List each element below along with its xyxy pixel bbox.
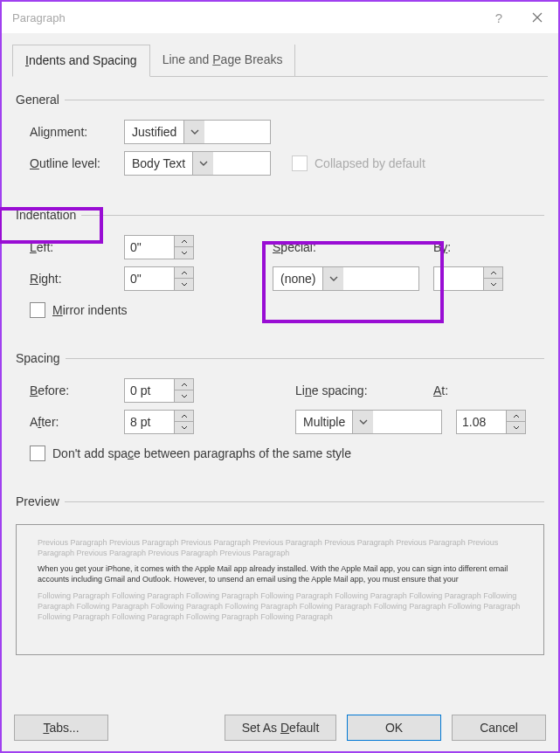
special-select[interactable]: (none)	[273, 266, 419, 291]
preview-box: Previous Paragraph Previous Paragraph Pr…	[16, 524, 544, 655]
tab-indents-spacing[interactable]: Indents and Spacing	[12, 45, 150, 77]
by-label: By:	[433, 240, 451, 254]
spinner-up-icon[interactable]	[175, 236, 193, 247]
before-value: 0 pt	[125, 383, 174, 397]
tab-label: Line and Page Breaks	[162, 52, 283, 66]
spinner-down-icon[interactable]	[175, 422, 193, 433]
spinner-up-icon[interactable]	[175, 379, 193, 390]
indent-right-value: 0"	[125, 272, 174, 286]
indent-left-value: 0"	[125, 240, 174, 254]
checkbox-box	[30, 302, 45, 318]
legend-indentation: Indentation	[16, 208, 81, 222]
spinner-down-icon[interactable]	[507, 422, 525, 433]
outline-level-value: Body Text	[125, 156, 192, 170]
spinner-up-icon[interactable]	[507, 411, 525, 422]
close-button[interactable]	[518, 2, 557, 33]
before-spinner[interactable]: 0 pt	[124, 378, 194, 403]
indent-right-spinner[interactable]: 0"	[124, 266, 194, 291]
at-label: At:	[433, 383, 448, 397]
linespacing-label: Line spacing:	[295, 383, 433, 397]
outline-level-select[interactable]: Body Text	[124, 151, 271, 176]
paragraph-dialog: Paragraph ? Indents and Spacing Line and…	[0, 0, 560, 753]
set-default-button[interactable]: Set As Default	[225, 715, 336, 741]
at-value: 1.08	[457, 415, 506, 429]
ok-button[interactable]: OK	[347, 715, 441, 741]
spinner-up-icon[interactable]	[175, 267, 193, 279]
at-spinner[interactable]: 1.08	[456, 410, 526, 434]
collapsed-checkbox: Collapsed by default	[292, 155, 425, 171]
after-value: 8 pt	[125, 415, 174, 429]
preview-body-text: When you get your iPhone, it comes with …	[38, 563, 522, 584]
titlebar: Paragraph ?	[2, 2, 558, 33]
legend-spacing: Spacing	[16, 351, 66, 365]
after-label: After:	[30, 415, 124, 429]
button-bar: Tabs... Set As Default OK Cancel	[14, 715, 546, 741]
mirror-indents-checkbox[interactable]: Mirror indents	[30, 302, 128, 318]
outline-level-label: Outline level:	[30, 156, 124, 170]
group-indentation: Indentation Left: 0" Special: By: Right:…	[16, 208, 544, 328]
chevron-down-icon	[192, 152, 213, 175]
spinner-up-icon[interactable]	[175, 411, 193, 422]
linespacing-select[interactable]: Multiple	[295, 410, 442, 434]
preview-following-para: Following Paragraph Following Paragraph …	[38, 591, 522, 622]
after-spinner[interactable]: 8 pt	[124, 410, 194, 434]
indent-left-label: Left:	[30, 240, 124, 254]
dont-add-label: Don't add space between paragraphs of th…	[52, 446, 351, 460]
indent-right-label: Right:	[30, 272, 124, 286]
by-spinner[interactable]	[433, 266, 503, 291]
mirror-label: Mirror indents	[52, 303, 128, 317]
chevron-down-icon	[322, 267, 343, 290]
special-label: Special:	[273, 240, 433, 254]
alignment-select[interactable]: Justified	[124, 120, 271, 144]
alignment-value: Justified	[125, 125, 183, 139]
group-preview: Preview	[16, 494, 544, 515]
cancel-button[interactable]: Cancel	[452, 715, 546, 741]
chevron-down-icon	[352, 411, 373, 433]
help-button[interactable]: ?	[480, 2, 518, 33]
tab-bar: Indents and Spacing Line and Page Breaks	[12, 44, 548, 77]
group-spacing: Spacing Before: 0 pt Line spacing: At: A…	[16, 351, 544, 472]
spinner-down-icon[interactable]	[175, 247, 193, 259]
tab-line-page-breaks[interactable]: Line and Page Breaks	[150, 45, 296, 77]
spinner-down-icon[interactable]	[484, 279, 502, 290]
special-value: (none)	[273, 272, 322, 286]
window-title: Paragraph	[12, 11, 480, 24]
before-label: Before:	[30, 383, 124, 397]
alignment-label: Alignment:	[30, 125, 124, 139]
collapsed-label: Collapsed by default	[315, 156, 425, 170]
spinner-up-icon[interactable]	[484, 267, 502, 279]
preview-prev-para: Previous Paragraph Previous Paragraph Pr…	[38, 537, 522, 558]
spinner-down-icon[interactable]	[175, 390, 193, 402]
indent-left-spinner[interactable]: 0"	[124, 235, 194, 259]
linespacing-value: Multiple	[296, 415, 352, 429]
tabs-button[interactable]: Tabs...	[14, 715, 108, 741]
checkbox-box	[292, 155, 308, 171]
group-general: General Alignment: Justified Outline lev…	[16, 93, 544, 182]
chevron-down-icon	[183, 121, 204, 143]
checkbox-box	[30, 446, 45, 461]
legend-general: General	[16, 93, 65, 107]
tab-label: Indents and Spacing	[25, 53, 137, 67]
legend-preview: Preview	[16, 494, 65, 508]
spinner-down-icon[interactable]	[175, 279, 193, 290]
dont-add-space-checkbox[interactable]: Don't add space between paragraphs of th…	[30, 446, 351, 461]
